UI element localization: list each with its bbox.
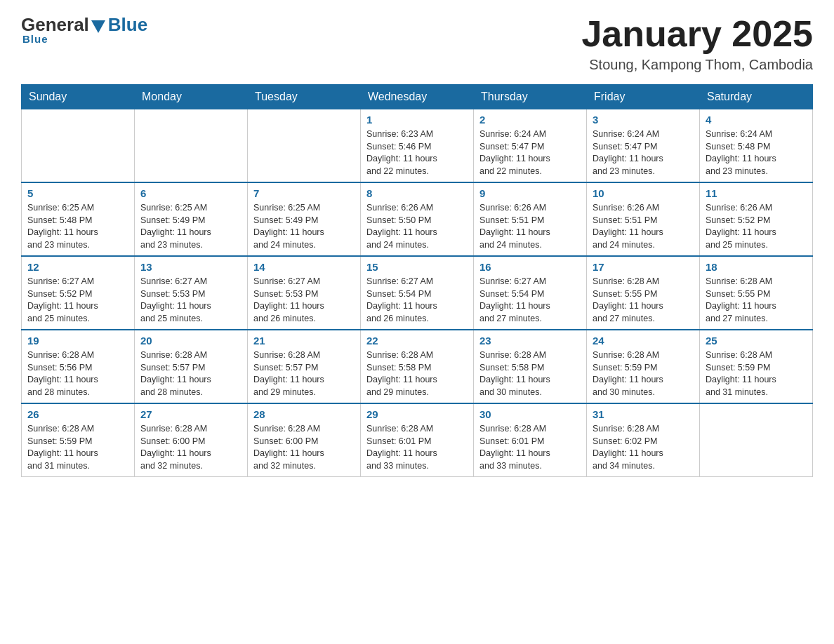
calendar-cell: 26Sunrise: 6:28 AM Sunset: 5:59 PM Dayli… bbox=[22, 403, 135, 477]
day-number: 5 bbox=[27, 187, 128, 199]
day-info: Sunrise: 6:27 AM Sunset: 5:53 PM Dayligh… bbox=[140, 276, 241, 325]
calendar-cell: 25Sunrise: 6:28 AM Sunset: 5:59 PM Dayli… bbox=[700, 330, 813, 403]
weekday-header-thursday: Thursday bbox=[474, 85, 587, 109]
day-info: Sunrise: 6:28 AM Sunset: 5:58 PM Dayligh… bbox=[479, 349, 581, 398]
calendar-cell: 12Sunrise: 6:27 AM Sunset: 5:52 PM Dayli… bbox=[22, 256, 135, 330]
day-number: 13 bbox=[140, 261, 241, 273]
day-info: Sunrise: 6:28 AM Sunset: 5:59 PM Dayligh… bbox=[706, 349, 807, 398]
day-info: Sunrise: 6:24 AM Sunset: 5:48 PM Dayligh… bbox=[706, 128, 807, 177]
calendar-cell: 4Sunrise: 6:24 AM Sunset: 5:48 PM Daylig… bbox=[700, 109, 813, 183]
day-info: Sunrise: 6:25 AM Sunset: 5:49 PM Dayligh… bbox=[140, 202, 241, 251]
calendar-cell: 27Sunrise: 6:28 AM Sunset: 6:00 PM Dayli… bbox=[135, 403, 248, 477]
day-info: Sunrise: 6:27 AM Sunset: 5:52 PM Dayligh… bbox=[27, 276, 128, 325]
day-info: Sunrise: 6:25 AM Sunset: 5:49 PM Dayligh… bbox=[253, 202, 355, 251]
calendar-cell: 8Sunrise: 6:26 AM Sunset: 5:50 PM Daylig… bbox=[361, 182, 474, 256]
calendar-week-row: 12Sunrise: 6:27 AM Sunset: 5:52 PM Dayli… bbox=[22, 256, 813, 330]
day-number: 9 bbox=[479, 187, 581, 199]
calendar-cell: 29Sunrise: 6:28 AM Sunset: 6:01 PM Dayli… bbox=[361, 403, 474, 477]
day-number: 4 bbox=[706, 114, 807, 126]
calendar-cell: 22Sunrise: 6:28 AM Sunset: 5:58 PM Dayli… bbox=[361, 330, 474, 403]
logo-blue-text: Blue bbox=[108, 14, 147, 36]
calendar-week-row: 26Sunrise: 6:28 AM Sunset: 5:59 PM Dayli… bbox=[22, 403, 813, 477]
day-number: 16 bbox=[479, 261, 581, 273]
calendar-cell: 20Sunrise: 6:28 AM Sunset: 5:57 PM Dayli… bbox=[135, 330, 248, 403]
calendar-cell: 18Sunrise: 6:28 AM Sunset: 5:55 PM Dayli… bbox=[700, 256, 813, 330]
day-info: Sunrise: 6:24 AM Sunset: 5:47 PM Dayligh… bbox=[593, 128, 694, 177]
day-info: Sunrise: 6:28 AM Sunset: 5:59 PM Dayligh… bbox=[593, 349, 694, 398]
calendar-cell bbox=[700, 403, 813, 477]
day-info: Sunrise: 6:28 AM Sunset: 5:57 PM Dayligh… bbox=[140, 349, 241, 398]
calendar-subtitle: Stoung, Kampong Thom, Cambodia bbox=[581, 57, 813, 73]
day-number: 15 bbox=[366, 261, 468, 273]
weekday-header-saturday: Saturday bbox=[700, 85, 813, 109]
calendar-cell bbox=[248, 109, 361, 183]
day-info: Sunrise: 6:26 AM Sunset: 5:52 PM Dayligh… bbox=[706, 202, 807, 251]
day-number: 24 bbox=[593, 335, 694, 347]
day-number: 20 bbox=[140, 335, 241, 347]
day-info: Sunrise: 6:28 AM Sunset: 6:02 PM Dayligh… bbox=[593, 423, 694, 472]
day-info: Sunrise: 6:26 AM Sunset: 5:51 PM Dayligh… bbox=[479, 202, 581, 251]
calendar-cell: 5Sunrise: 6:25 AM Sunset: 5:48 PM Daylig… bbox=[22, 182, 135, 256]
day-number: 18 bbox=[706, 261, 807, 273]
day-info: Sunrise: 6:26 AM Sunset: 5:50 PM Dayligh… bbox=[366, 202, 468, 251]
logo-tagline: Blue bbox=[22, 33, 48, 45]
calendar-cell: 11Sunrise: 6:26 AM Sunset: 5:52 PM Dayli… bbox=[700, 182, 813, 256]
day-number: 14 bbox=[253, 261, 355, 273]
day-info: Sunrise: 6:28 AM Sunset: 5:56 PM Dayligh… bbox=[27, 349, 128, 398]
day-number: 26 bbox=[27, 408, 128, 420]
calendar-cell: 10Sunrise: 6:26 AM Sunset: 5:51 PM Dayli… bbox=[587, 182, 700, 256]
day-number: 22 bbox=[366, 335, 468, 347]
day-number: 21 bbox=[253, 335, 355, 347]
logo: General Blue Blue bbox=[21, 14, 147, 45]
day-info: Sunrise: 6:27 AM Sunset: 5:54 PM Dayligh… bbox=[366, 276, 468, 325]
day-number: 8 bbox=[366, 187, 468, 199]
day-number: 31 bbox=[593, 408, 694, 420]
day-info: Sunrise: 6:28 AM Sunset: 6:00 PM Dayligh… bbox=[253, 423, 355, 472]
calendar-table: SundayMondayTuesdayWednesdayThursdayFrid… bbox=[21, 84, 813, 477]
day-number: 27 bbox=[140, 408, 241, 420]
day-info: Sunrise: 6:23 AM Sunset: 5:46 PM Dayligh… bbox=[366, 128, 468, 177]
weekday-header-row: SundayMondayTuesdayWednesdayThursdayFrid… bbox=[22, 85, 813, 109]
title-section: January 2025 Stoung, Kampong Thom, Cambo… bbox=[581, 14, 813, 73]
day-number: 7 bbox=[253, 187, 355, 199]
day-info: Sunrise: 6:28 AM Sunset: 5:55 PM Dayligh… bbox=[593, 276, 694, 325]
calendar-cell: 19Sunrise: 6:28 AM Sunset: 5:56 PM Dayli… bbox=[22, 330, 135, 403]
calendar-cell: 2Sunrise: 6:24 AM Sunset: 5:47 PM Daylig… bbox=[474, 109, 587, 183]
day-number: 30 bbox=[479, 408, 581, 420]
calendar-cell: 14Sunrise: 6:27 AM Sunset: 5:53 PM Dayli… bbox=[248, 256, 361, 330]
day-info: Sunrise: 6:28 AM Sunset: 5:58 PM Dayligh… bbox=[366, 349, 468, 398]
day-number: 6 bbox=[140, 187, 241, 199]
calendar-title: January 2025 bbox=[581, 14, 813, 54]
calendar-cell: 1Sunrise: 6:23 AM Sunset: 5:46 PM Daylig… bbox=[361, 109, 474, 183]
calendar-cell: 3Sunrise: 6:24 AM Sunset: 5:47 PM Daylig… bbox=[587, 109, 700, 183]
calendar-cell: 9Sunrise: 6:26 AM Sunset: 5:51 PM Daylig… bbox=[474, 182, 587, 256]
calendar-cell: 28Sunrise: 6:28 AM Sunset: 6:00 PM Dayli… bbox=[248, 403, 361, 477]
day-info: Sunrise: 6:28 AM Sunset: 6:01 PM Dayligh… bbox=[366, 423, 468, 472]
day-info: Sunrise: 6:28 AM Sunset: 5:59 PM Dayligh… bbox=[27, 423, 128, 472]
calendar-cell bbox=[135, 109, 248, 183]
day-info: Sunrise: 6:27 AM Sunset: 5:54 PM Dayligh… bbox=[479, 276, 581, 325]
day-number: 10 bbox=[593, 187, 694, 199]
day-number: 3 bbox=[593, 114, 694, 126]
calendar-cell: 16Sunrise: 6:27 AM Sunset: 5:54 PM Dayli… bbox=[474, 256, 587, 330]
day-info: Sunrise: 6:25 AM Sunset: 5:48 PM Dayligh… bbox=[27, 202, 128, 251]
day-info: Sunrise: 6:27 AM Sunset: 5:53 PM Dayligh… bbox=[253, 276, 355, 325]
day-number: 12 bbox=[27, 261, 128, 273]
calendar-cell: 13Sunrise: 6:27 AM Sunset: 5:53 PM Dayli… bbox=[135, 256, 248, 330]
day-number: 1 bbox=[366, 114, 468, 126]
calendar-cell: 21Sunrise: 6:28 AM Sunset: 5:57 PM Dayli… bbox=[248, 330, 361, 403]
calendar-header: SundayMondayTuesdayWednesdayThursdayFrid… bbox=[22, 85, 813, 109]
day-info: Sunrise: 6:28 AM Sunset: 5:57 PM Dayligh… bbox=[253, 349, 355, 398]
calendar-cell bbox=[22, 109, 135, 183]
day-number: 17 bbox=[593, 261, 694, 273]
weekday-header-sunday: Sunday bbox=[22, 85, 135, 109]
day-number: 25 bbox=[706, 335, 807, 347]
day-info: Sunrise: 6:28 AM Sunset: 5:55 PM Dayligh… bbox=[706, 276, 807, 325]
day-number: 2 bbox=[479, 114, 581, 126]
day-number: 29 bbox=[366, 408, 468, 420]
calendar-cell: 15Sunrise: 6:27 AM Sunset: 5:54 PM Dayli… bbox=[361, 256, 474, 330]
day-info: Sunrise: 6:24 AM Sunset: 5:47 PM Dayligh… bbox=[479, 128, 581, 177]
calendar-week-row: 1Sunrise: 6:23 AM Sunset: 5:46 PM Daylig… bbox=[22, 109, 813, 183]
weekday-header-monday: Monday bbox=[135, 85, 248, 109]
logo-arrow-icon bbox=[91, 20, 105, 33]
